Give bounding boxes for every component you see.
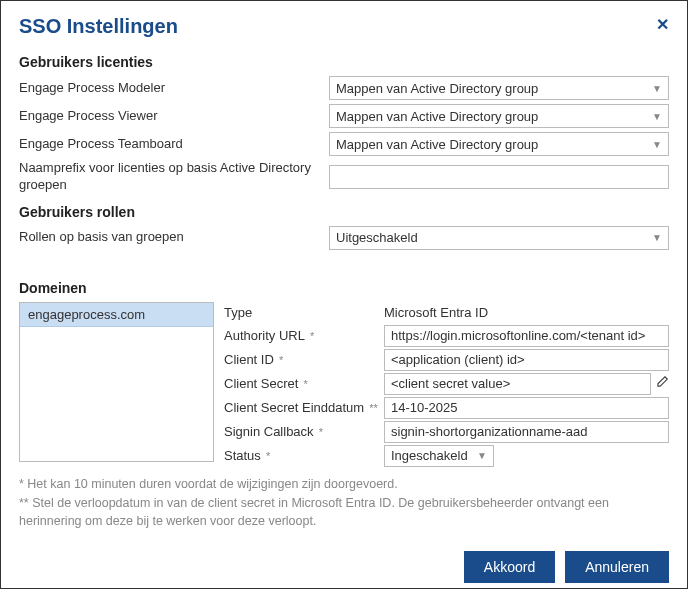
domain-type-label: Type bbox=[224, 305, 384, 320]
dialog-title: SSO Instellingen bbox=[19, 15, 178, 38]
signin-callback-label: Signin Callback * bbox=[224, 424, 384, 439]
dropdown-value: Ingeschakeld bbox=[391, 448, 468, 463]
licenses-heading: Gebruikers licenties bbox=[19, 54, 669, 70]
input-value: <application (client) id> bbox=[391, 352, 525, 367]
client-secret-enddate-input[interactable]: 14-10-2025 bbox=[384, 397, 669, 419]
domains-heading: Domeinen bbox=[19, 280, 669, 296]
cancel-button[interactable]: Annuleren bbox=[565, 551, 669, 583]
domains-section: Domeinen engageprocess.com Type Microsof… bbox=[19, 274, 669, 531]
client-id-input[interactable]: <application (client) id> bbox=[384, 349, 669, 371]
dropdown-value: Uitgeschakeld bbox=[336, 230, 418, 245]
status-label: Status * bbox=[224, 448, 384, 463]
client-id-label: Client ID * bbox=[224, 352, 384, 367]
license-modeler-dropdown[interactable]: Mappen van Active Directory group ▼ bbox=[329, 76, 669, 100]
pencil-icon[interactable] bbox=[655, 375, 669, 392]
client-secret-enddate-label: Client Secret Einddatum ** bbox=[224, 400, 384, 415]
roles-dropdown[interactable]: Uitgeschakeld ▼ bbox=[329, 226, 669, 250]
input-value: 14-10-2025 bbox=[391, 400, 458, 415]
client-secret-input[interactable]: <client secret value> bbox=[384, 373, 651, 395]
dialog-header: SSO Instellingen ✕ bbox=[19, 15, 669, 38]
dropdown-value: Mappen van Active Directory group bbox=[336, 137, 538, 152]
status-dropdown[interactable]: Ingeschakeld ▼ bbox=[384, 445, 494, 467]
license-prefix-input[interactable] bbox=[329, 165, 669, 189]
dropdown-value: Mappen van Active Directory group bbox=[336, 81, 538, 96]
dialog-buttons: Akkoord Annuleren bbox=[19, 531, 669, 583]
domain-fields: Type Microsoft Entra ID Authority URL * … bbox=[224, 302, 669, 469]
sso-settings-dialog: SSO Instellingen ✕ Gebruikers licenties … bbox=[0, 0, 688, 589]
signin-callback-input[interactable]: signin-shortorganizationname-aad bbox=[384, 421, 669, 443]
footnotes: * Het kan 10 minuten duren voordat de wi… bbox=[19, 475, 669, 531]
license-label: Engage Process Teamboard bbox=[19, 136, 329, 153]
chevron-down-icon: ▼ bbox=[652, 232, 662, 243]
license-prefix-row: Naamprefix voor licenties op basis Activ… bbox=[19, 160, 669, 194]
license-row-viewer: Engage Process Viewer Mappen van Active … bbox=[19, 104, 669, 128]
dropdown-value: Mappen van Active Directory group bbox=[336, 109, 538, 124]
chevron-down-icon: ▼ bbox=[652, 139, 662, 150]
domain-list-item[interactable]: engageprocess.com bbox=[20, 303, 213, 327]
chevron-down-icon: ▼ bbox=[652, 111, 662, 122]
chevron-down-icon: ▼ bbox=[652, 83, 662, 94]
authority-url-label: Authority URL * bbox=[224, 328, 384, 343]
license-row-modeler: Engage Process Modeler Mappen van Active… bbox=[19, 76, 669, 100]
license-label: Engage Process Modeler bbox=[19, 80, 329, 97]
license-label: Engage Process Viewer bbox=[19, 108, 329, 125]
license-teamboard-dropdown[interactable]: Mappen van Active Directory group ▼ bbox=[329, 132, 669, 156]
authority-url-input[interactable]: https://login.microsoftonline.com/<tenan… bbox=[384, 325, 669, 347]
domain-type-value: Microsoft Entra ID bbox=[384, 302, 488, 323]
input-value: signin-shortorganizationname-aad bbox=[391, 424, 588, 439]
roles-label: Rollen op basis van groepen bbox=[19, 229, 329, 246]
license-prefix-label: Naamprefix voor licenties op basis Activ… bbox=[19, 160, 329, 194]
input-value: https://login.microsoftonline.com/<tenan… bbox=[391, 328, 645, 343]
roles-heading: Gebruikers rollen bbox=[19, 204, 669, 220]
client-secret-label: Client Secret * bbox=[224, 376, 384, 391]
footnote-1: * Het kan 10 minuten duren voordat de wi… bbox=[19, 475, 669, 494]
roles-row: Rollen op basis van groepen Uitgeschakel… bbox=[19, 226, 669, 250]
ok-button[interactable]: Akkoord bbox=[464, 551, 555, 583]
footnote-2: ** Stel de verloopdatum in van de client… bbox=[19, 494, 669, 532]
input-value: <client secret value> bbox=[391, 376, 510, 391]
close-icon[interactable]: ✕ bbox=[656, 15, 669, 34]
license-row-teamboard: Engage Process Teamboard Mappen van Acti… bbox=[19, 132, 669, 156]
chevron-down-icon: ▼ bbox=[477, 450, 487, 461]
domain-list[interactable]: engageprocess.com bbox=[19, 302, 214, 462]
license-viewer-dropdown[interactable]: Mappen van Active Directory group ▼ bbox=[329, 104, 669, 128]
